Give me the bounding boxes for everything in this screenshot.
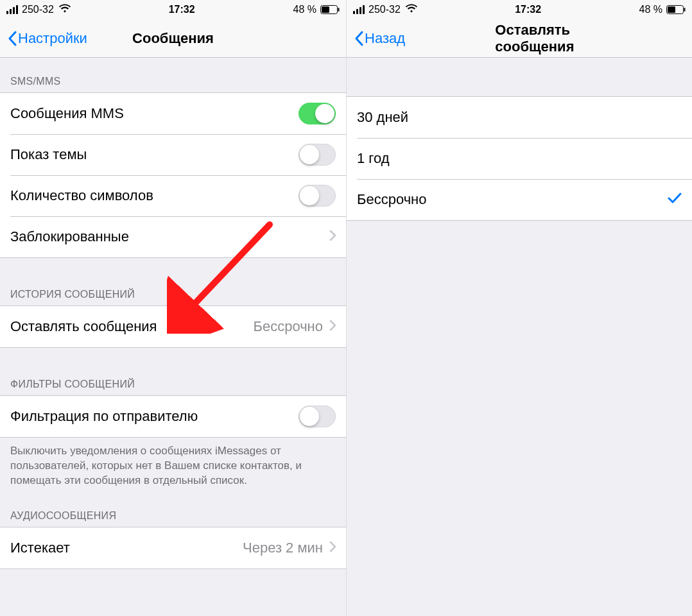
option-1-year[interactable]: 1 год [347, 138, 692, 179]
back-label: Настройки [18, 30, 87, 47]
chevron-left-icon [354, 31, 363, 46]
clock-label: 17:32 [515, 4, 541, 15]
charcount-toggle[interactable] [298, 185, 336, 207]
back-label: Назад [365, 30, 405, 47]
charcount-row[interactable]: Количество символов [0, 175, 346, 216]
blocked-row[interactable]: Заблокированные [0, 216, 346, 257]
signal-icon [353, 5, 365, 14]
page-title: Сообщения [132, 30, 214, 47]
status-bar: 250-32 17:32 48 % [0, 0, 346, 19]
nav-bar: Настройки Сообщения [0, 19, 346, 58]
expire-row[interactable]: Истекает Через 2 мин [0, 527, 346, 569]
checkmark-icon [668, 191, 682, 208]
clock-label: 17:32 [169, 4, 195, 15]
svg-rect-5 [668, 6, 675, 13]
svg-rect-1 [322, 6, 329, 13]
back-button[interactable]: Настройки [8, 30, 87, 47]
option-30-days[interactable]: 30 дней [347, 97, 692, 138]
keep-messages-value: Бессрочно [253, 318, 323, 335]
chevron-left-icon [8, 31, 17, 46]
signal-icon [6, 5, 18, 14]
carrier-label: 250-32 [368, 4, 401, 15]
page-title: Оставлять сообщения [495, 22, 626, 55]
chevron-right-icon [329, 540, 336, 556]
svg-rect-6 [684, 8, 686, 12]
nav-bar: Назад Оставлять сообщения [347, 19, 692, 58]
option-label: Бессрочно [357, 191, 427, 208]
filter-sender-row[interactable]: Фильтрация по отправителю [0, 396, 346, 437]
charcount-label: Количество символов [10, 187, 153, 204]
keep-options-list: 30 дней 1 год Бессрочно [347, 96, 692, 221]
subject-row[interactable]: Показ темы [0, 134, 346, 175]
battery-percent-label: 48 % [293, 4, 316, 15]
section-header-history: ИСТОРИЯ СООБЩЕНИЙ [0, 258, 346, 305]
status-bar: 250-32 17:32 48 % [347, 0, 692, 19]
wifi-icon [406, 4, 417, 15]
mms-label: Сообщения MMS [10, 105, 124, 122]
messages-settings-screen: 250-32 17:32 48 % Настройки Сообщения SM… [0, 0, 346, 616]
audio-list: Истекает Через 2 мин [0, 527, 346, 569]
history-list: Оставлять сообщения Бессрочно [0, 305, 346, 348]
filter-sender-toggle[interactable] [298, 406, 336, 427]
battery-icon [320, 5, 340, 14]
keep-messages-screen: 250-32 17:32 48 % Назад Оставлять сообще… [346, 0, 692, 616]
battery-icon [666, 5, 686, 14]
chevron-right-icon [329, 318, 336, 335]
section-header-sms: SMS/MMS [0, 58, 346, 92]
back-button[interactable]: Назад [354, 30, 405, 47]
option-label: 30 дней [357, 109, 408, 126]
mms-toggle[interactable] [298, 103, 336, 124]
filters-list: Фильтрация по отправителю [0, 395, 346, 438]
option-forever[interactable]: Бессрочно [347, 179, 692, 220]
battery-percent-label: 48 % [639, 4, 662, 15]
subject-label: Показ темы [10, 146, 87, 163]
sms-list: Сообщения MMS Показ темы Количество симв… [0, 92, 346, 258]
carrier-label: 250-32 [22, 4, 54, 15]
svg-rect-2 [338, 8, 340, 12]
chevron-right-icon [329, 228, 336, 245]
filter-sender-label: Фильтрация по отправителю [10, 408, 198, 425]
option-label: 1 год [357, 150, 389, 167]
expire-value: Через 2 мин [243, 540, 323, 556]
filter-footer-text: Выключить уведомления о сообщениях iMess… [0, 438, 346, 493]
mms-row[interactable]: Сообщения MMS [0, 93, 346, 134]
keep-messages-row[interactable]: Оставлять сообщения Бессрочно [0, 306, 346, 347]
wifi-icon [59, 4, 71, 15]
blocked-label: Заблокированные [10, 228, 129, 245]
section-header-audio: АУДИОСООБЩЕНИЯ [0, 493, 346, 527]
expire-label: Истекает [10, 540, 70, 556]
section-header-filters: ФИЛЬТРЫ СООБЩЕНИЙ [0, 348, 346, 395]
subject-toggle[interactable] [298, 144, 336, 166]
keep-messages-label: Оставлять сообщения [10, 318, 157, 335]
